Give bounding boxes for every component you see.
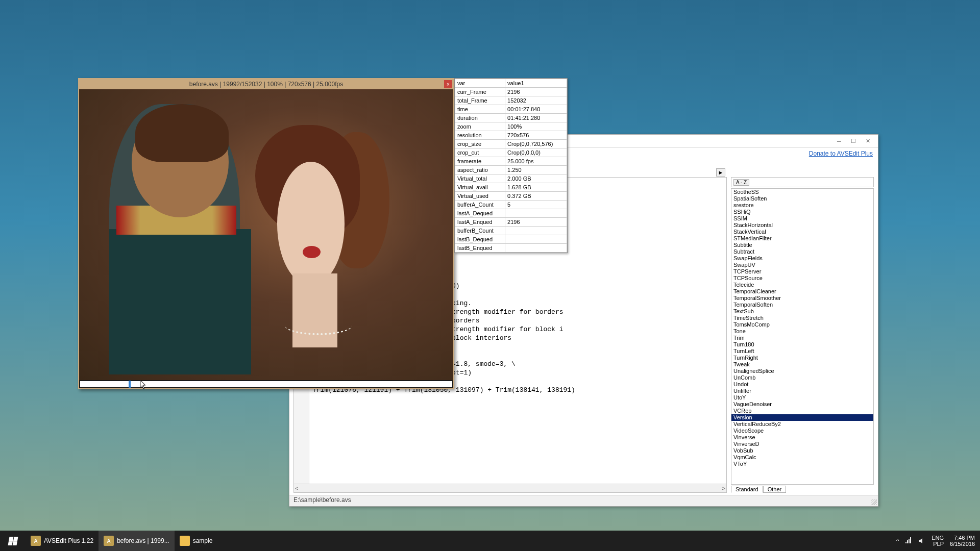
sort-az-button[interactable]: A - Z [733, 179, 749, 186]
table-row: curr_Frame2196 [455, 88, 567, 96]
var-header-key: var [455, 79, 505, 88]
table-row: aspect_ratio1.250 [455, 166, 567, 174]
preview-window: before.avs | 19992/152032 | 100% | 720x5… [78, 78, 454, 389]
list-item[interactable]: TemporalSoften [731, 302, 873, 308]
list-item[interactable]: TemporalCleaner [731, 288, 873, 295]
volume-icon[interactable] [918, 537, 925, 544]
system-tray: ^ ENGPLP 7:46 PM6/15/2016 [891, 531, 980, 551]
list-item[interactable]: Turn180 [731, 341, 873, 348]
table-row: bufferA_Count5 [455, 201, 567, 209]
taskbar: A AVSEdit Plus 1.22 A before.avs | 1999.… [0, 531, 980, 551]
list-item[interactable]: TimeStretch [731, 315, 873, 321]
list-item[interactable]: Version [731, 414, 873, 421]
donate-link[interactable]: Donate to AVSEdit Plus [809, 150, 873, 157]
list-item[interactable]: SootheSS [731, 189, 873, 195]
windows-logo-icon [8, 537, 18, 545]
network-icon[interactable] [905, 537, 912, 544]
list-item[interactable]: StackVertical [731, 229, 873, 235]
list-item[interactable]: TurnLeft [731, 348, 873, 355]
preview-title-text: before.avs | 19992/152032 | 100% | 720x5… [189, 81, 343, 88]
table-row: total_Frame152032 [455, 96, 567, 105]
list-item[interactable]: SpatialSoften [731, 195, 873, 202]
maximize-button[interactable]: ☐ [846, 136, 861, 146]
app-icon: A [104, 536, 114, 546]
function-sort-bar: A - Z [731, 177, 874, 187]
list-item[interactable]: Unfilter [731, 388, 873, 394]
list-item[interactable]: TCPSource [731, 275, 873, 282]
status-bar: E:\sample\before.avs [289, 495, 878, 506]
table-row: resolution720x576 [455, 131, 567, 140]
table-row: time00:01:27.840 [455, 105, 567, 114]
list-item[interactable]: VagueDenoiser [731, 401, 873, 408]
table-row: crop_sizeCrop(0,0,720,576) [455, 140, 567, 148]
list-item[interactable]: UtoY [731, 394, 873, 401]
list-item[interactable]: VToY [731, 461, 873, 467]
list-item[interactable]: Telecide [731, 282, 873, 288]
var-header-val: value1 [505, 79, 567, 88]
list-item[interactable]: VerticalReduceBy2 [731, 421, 873, 428]
video-frame [79, 89, 453, 380]
minimize-button[interactable]: ─ [832, 136, 846, 146]
folder-icon [180, 536, 190, 546]
table-row: lastB_Dequed [455, 235, 567, 244]
variable-table: var value1 curr_Frame2196total_Frame1520… [454, 78, 568, 253]
list-item[interactable]: Vinverse [731, 434, 873, 441]
list-item[interactable]: srestore [731, 202, 873, 209]
list-item[interactable]: StackHorizontal [731, 222, 873, 229]
tab-standard[interactable]: Standard [731, 486, 763, 493]
list-item[interactable]: VobSub [731, 447, 873, 454]
list-item[interactable]: TemporalSmoother [731, 295, 873, 302]
horizontal-scrollbar[interactable]: <> [294, 484, 726, 492]
list-item[interactable]: TomsMoComp [731, 321, 873, 328]
table-row: crop_cutCrop(0,0,0,0) [455, 148, 567, 157]
table-row: framerate25.000 fps [455, 157, 567, 166]
list-item[interactable]: Subtract [731, 248, 873, 255]
timeline-slider[interactable] [80, 381, 452, 387]
tab-other[interactable]: Other [763, 486, 787, 493]
app-icon: A [31, 536, 41, 546]
list-item[interactable]: UnalignedSplice [731, 368, 873, 374]
list-item[interactable]: SSIM [731, 215, 873, 222]
list-item[interactable]: STMedianFilter [731, 235, 873, 242]
start-button[interactable] [0, 531, 26, 551]
timeline-playhead[interactable] [129, 381, 131, 388]
tray-lang[interactable]: ENGPLP [932, 535, 944, 547]
resize-grip[interactable] [871, 499, 877, 505]
list-item[interactable]: Tweak [731, 361, 873, 368]
table-row: lastB_Enqued [455, 244, 567, 253]
list-item[interactable]: Subtitle [731, 242, 873, 248]
table-row: duration01:41:21.280 [455, 114, 567, 122]
list-item[interactable]: TextSub [731, 308, 873, 315]
table-row: Virtual_total2.000 GB [455, 174, 567, 183]
preview-titlebar[interactable]: before.avs | 19992/152032 | 100% | 720x5… [79, 79, 453, 89]
list-item[interactable]: TurnRight [731, 355, 873, 361]
taskbar-item-folder[interactable]: sample [175, 531, 218, 551]
tray-chevron-icon[interactable]: ^ [896, 538, 899, 544]
table-row: zoom100% [455, 122, 567, 131]
list-item[interactable]: SSHiQ [731, 209, 873, 215]
table-row: lastA_Enqued2196 [455, 218, 567, 227]
list-item[interactable]: VqmCalc [731, 454, 873, 461]
function-list[interactable]: SootheSSSpatialSoftensrestoreSSHiQSSIMSt… [731, 188, 874, 485]
status-path: E:\sample\before.avs [293, 496, 351, 504]
list-item[interactable]: VideoScope [731, 428, 873, 434]
table-row: lastA_Dequed [455, 209, 567, 218]
taskbar-item-avsedit[interactable]: A AVSEdit Plus 1.22 [26, 531, 99, 551]
list-item[interactable]: TCPServer [731, 268, 873, 275]
list-item[interactable]: Trim [731, 335, 873, 341]
table-row: bufferB_Count [455, 227, 567, 235]
run-button[interactable]: ► [716, 168, 725, 177]
table-row: Virtual_used0.372 GB [455, 192, 567, 201]
list-item[interactable]: Undot [731, 381, 873, 388]
list-item[interactable]: VCRep [731, 408, 873, 414]
tray-clock[interactable]: 7:46 PM6/15/2016 [950, 535, 975, 547]
taskbar-item-preview[interactable]: A before.avs | 1999... [99, 531, 175, 551]
function-panel: A - Z SootheSSSpatialSoftensrestoreSSHiQ… [731, 177, 874, 493]
list-item[interactable]: VinverseD [731, 441, 873, 447]
close-button[interactable]: ✕ [861, 136, 875, 146]
preview-close-button[interactable]: × [444, 80, 452, 88]
list-item[interactable]: SwapFields [731, 255, 873, 262]
list-item[interactable]: UnComb [731, 374, 873, 381]
list-item[interactable]: Tone [731, 328, 873, 335]
list-item[interactable]: SwapUV [731, 262, 873, 268]
